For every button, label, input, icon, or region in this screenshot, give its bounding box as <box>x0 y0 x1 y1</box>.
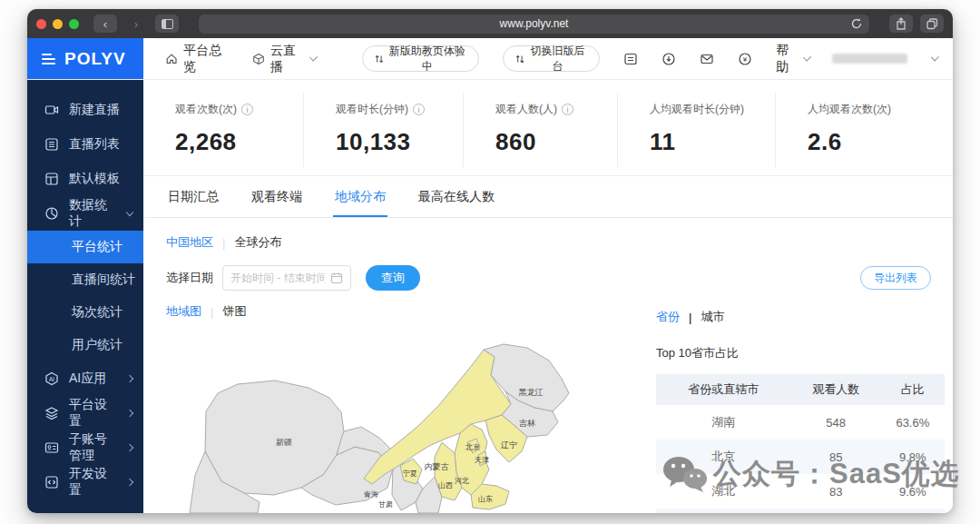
sidebar-subitem-session-stats[interactable]: 场次统计 <box>27 296 143 329</box>
toggle-region-map[interactable]: 地域图 <box>166 303 201 320</box>
chevron-down-icon <box>126 208 133 215</box>
tab-overview-button[interactable] <box>920 15 944 33</box>
menu-icon[interactable] <box>42 54 55 64</box>
toggle-global[interactable]: 全球分布 <box>234 234 281 251</box>
info-icon[interactable]: i <box>241 104 253 115</box>
info-icon[interactable]: i <box>413 104 425 115</box>
pie-chart-icon <box>44 206 59 222</box>
stats-row: 观看次数(次)i 2,268 观看时长(分钟)i 10,133 观看人数(人)i… <box>143 80 953 167</box>
stats-tabs: 日期汇总 观看终端 地域分布 最高在线人数 <box>143 178 953 218</box>
china-map[interactable]: 新疆 黑龙江 吉林 辽宁 内蒙古 北京 天津 宁夏 山西 河北 山东 青海 甘肃 <box>150 341 647 513</box>
share-button[interactable] <box>889 15 913 33</box>
sidebar-item-data-stats[interactable]: 数据统计 <box>27 196 143 231</box>
help-menu[interactable]: 帮助 <box>776 43 808 75</box>
chevron-down-icon <box>931 53 939 61</box>
divider <box>143 175 953 176</box>
stat-avg-duration: 人均观看时长(分钟) 11 <box>617 93 775 167</box>
main-content: 观看次数(次)i 2,268 观看时长(分钟)i 10,133 观看人数(人)i… <box>143 80 953 513</box>
map-label: 吉林 <box>519 419 535 428</box>
back-button[interactable]: ‹ <box>93 15 117 33</box>
map-label: 天津 <box>475 456 489 464</box>
yuan-icon: ¥ <box>738 52 752 66</box>
toggle-china-region[interactable]: 中国地区 <box>166 234 213 251</box>
divider: | <box>222 236 225 250</box>
cell-pct: 5.4% <box>881 509 945 513</box>
map-label: 宁夏 <box>403 470 417 478</box>
download-button[interactable] <box>662 51 676 67</box>
cell-viewers: 548 <box>791 405 881 440</box>
sidebar-toggle-button[interactable] <box>155 15 179 33</box>
browser-titlebar: ‹ › www.polyv.net <box>27 9 953 38</box>
message-button[interactable] <box>700 51 714 67</box>
video-camera-icon <box>44 103 59 118</box>
date-range-field[interactable] <box>230 272 325 284</box>
sidebar-item-default-template[interactable]: 默认模板 <box>27 162 143 196</box>
reload-icon[interactable] <box>850 17 863 30</box>
layers-icon <box>44 406 59 421</box>
stat-view-duration: 观看时长(分钟)i 10,133 <box>303 93 463 167</box>
tab-view-terminal[interactable]: 观看终端 <box>250 178 304 217</box>
sidebar-item-platform-settings[interactable]: 平台设置 <box>27 396 143 430</box>
download-icon <box>662 52 676 66</box>
map-label: 内蒙古 <box>425 462 449 471</box>
stat-avg-views: 人均观看次数(次) 2.6 <box>775 93 929 167</box>
stat-value: 860 <box>495 128 617 156</box>
form-button[interactable] <box>623 51 638 67</box>
toggle-city[interactable]: 城市 <box>701 309 724 325</box>
sidebar-subitem-label: 平台统计 <box>72 239 122 255</box>
map-label: 辽宁 <box>501 440 517 450</box>
cell-viewers: 47 <box>791 509 881 513</box>
account-name-redacted[interactable] <box>832 54 907 64</box>
menu-cloud-live[interactable]: 云直播 <box>252 43 315 75</box>
chevron-right-icon <box>126 410 133 417</box>
sidebar-subitem-room-stats[interactable]: 直播间统计 <box>27 263 143 296</box>
sidebar-item-dev-settings[interactable]: 开发设置 <box>27 465 143 499</box>
stat-label: 观看时长(分钟) <box>336 102 408 117</box>
stat-viewer-count: 观看人数(人)i 860 <box>463 93 617 167</box>
tab-max-online[interactable]: 最高在线人数 <box>416 178 496 217</box>
sidebar-subitem-platform-stats[interactable]: 平台统计 <box>27 231 143 263</box>
sidebar-subitem-label: 场次统计 <box>72 304 122 321</box>
sidebar-item-new-live[interactable]: 新建直播 <box>27 93 143 127</box>
sidebar-subitem-user-stats[interactable]: 用户统计 <box>27 329 143 361</box>
map-label: 甘肃 <box>378 500 393 509</box>
tab-date-summary[interactable]: 日期汇总 <box>166 178 220 217</box>
export-list-button[interactable]: 导出列表 <box>860 266 931 290</box>
wechat-icon <box>661 454 708 494</box>
tab-region-distribution[interactable]: 地域分布 <box>333 178 387 217</box>
toggle-pie-chart[interactable]: 饼图 <box>222 303 246 320</box>
stat-value: 2,268 <box>175 128 303 156</box>
new-assistant-button[interactable]: 新版助教页体验中 <box>362 45 479 72</box>
table-row: 湖南 548 63.6% <box>656 405 945 440</box>
sidebar-item-live-list[interactable]: 直播列表 <box>27 127 143 162</box>
sidebar-item-subaccount[interactable]: 子账号管理 <box>27 430 143 465</box>
maximize-window-button[interactable] <box>69 19 79 29</box>
id-card-icon <box>44 440 59 456</box>
menu-platform-overview[interactable]: 平台总览 <box>165 43 229 75</box>
query-button[interactable]: 查询 <box>366 265 420 291</box>
stat-view-count: 观看次数(次)i 2,268 <box>143 93 303 167</box>
polyv-logo: POLYV <box>64 49 126 69</box>
share-icon <box>896 17 906 30</box>
cell-province: 湖南 <box>656 405 791 440</box>
sidebar-item-label: 平台设置 <box>69 397 117 430</box>
close-window-button[interactable] <box>36 19 46 29</box>
address-bar[interactable]: www.polyv.net <box>199 15 869 34</box>
forward-button[interactable]: › <box>124 15 148 33</box>
logo-block[interactable]: POLYV <box>27 38 143 79</box>
minimize-window-button[interactable] <box>53 19 63 29</box>
billing-button[interactable]: ¥ <box>738 51 752 67</box>
watermark: 公众号：SaaS优选 <box>661 454 960 494</box>
switch-old-console-button[interactable]: 切换旧版后台 <box>503 45 600 72</box>
tabs-icon <box>926 18 938 30</box>
sidebar-subitem-label: 用户统计 <box>72 337 122 353</box>
map-label: 黑龙江 <box>519 388 544 397</box>
date-range-input[interactable] <box>222 265 351 291</box>
stat-label: 观看次数(次) <box>175 102 237 117</box>
sidebar-item-ai-apps[interactable]: AI AI应用 <box>27 361 143 396</box>
switch-arrows-icon <box>375 54 384 64</box>
cube-icon <box>252 52 265 66</box>
info-icon[interactable]: i <box>562 104 573 115</box>
toggle-province[interactable]: 省份 <box>656 309 680 325</box>
cell-pct: 63.6% <box>881 405 945 440</box>
